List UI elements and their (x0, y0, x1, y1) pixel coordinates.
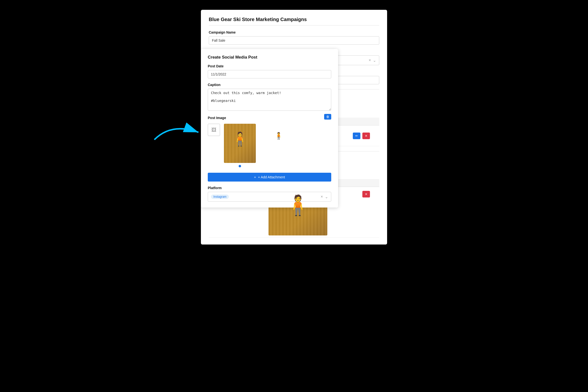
carousel-dot (239, 165, 241, 167)
post-image-delete-btn[interactable]: 🗑 (324, 114, 331, 120)
col-actions (350, 118, 380, 126)
edit-post-btn[interactable]: ✏ (353, 132, 360, 139)
post-image-placeholder-icon: 🖼 (208, 124, 220, 136)
caption-label: Caption (208, 83, 331, 87)
post-image-header: Post Image 🗑 (208, 112, 331, 122)
right-panel: Create Social Media Post Post Date Capti… (201, 49, 338, 208)
post-date-label: Post Date (208, 64, 331, 68)
caption-textarea[interactable]: Check out this comfy, warm jacket! #blue… (208, 89, 331, 111)
delete-product-btn[interactable]: ✕ (362, 191, 370, 198)
campaign-name-label: Campaign Name (209, 30, 379, 34)
plus-icon-attach: + (254, 175, 256, 179)
platform-badge: Instagram (211, 194, 229, 199)
post-image-label: Post Image (208, 116, 226, 120)
post-date-input[interactable] (208, 70, 331, 78)
arrow-indicator (152, 118, 201, 148)
page-title: Blue Gear Ski Store Marketing Campaigns (209, 17, 379, 26)
platform-field-icons: × ⌄ (321, 194, 328, 199)
image-icon: 🖼 (212, 127, 216, 133)
right-panel-title: Create Social Media Post (208, 55, 331, 60)
status-field-icons: × ⌄ (369, 58, 376, 63)
add-attachment-btn[interactable]: + + Add Attachment (208, 173, 331, 182)
post-image-section: 🖼 🧍 (208, 124, 331, 169)
campaign-name-input[interactable] (209, 36, 379, 44)
chevron-down-icon[interactable]: ⌄ (373, 58, 376, 63)
post-actions-cell: ✏ ✕ (350, 126, 380, 146)
clear-icon[interactable]: × (369, 58, 371, 62)
platform-clear-icon[interactable]: × (321, 194, 323, 199)
platform-label: Platform (208, 186, 331, 190)
platform-field[interactable]: Instagram × ⌄ (208, 192, 331, 202)
product-actions-cell: ✕ (358, 187, 379, 238)
col-product-actions (358, 179, 379, 187)
post-image-thumb: 🧍 (224, 124, 256, 163)
platform-chevron-icon[interactable]: ⌄ (325, 194, 328, 199)
delete-post-btn[interactable]: ✕ (362, 132, 370, 139)
